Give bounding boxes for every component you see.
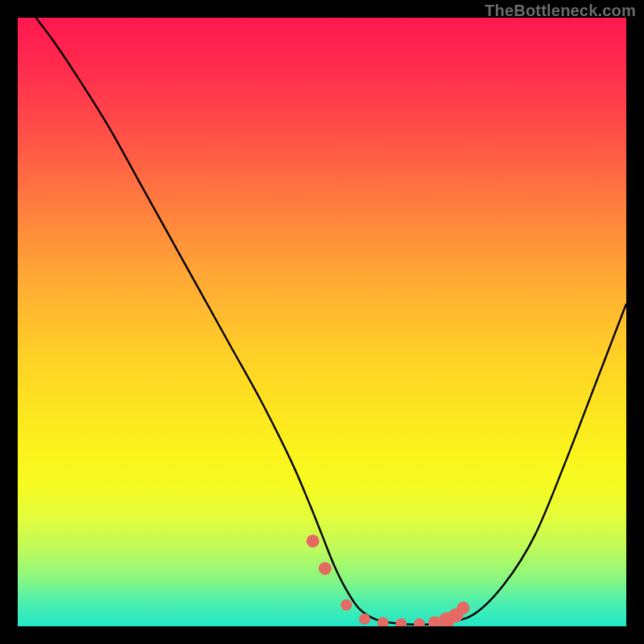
bottleneck-curve [36, 18, 626, 625]
highlight-point [319, 562, 332, 575]
highlight-markers [307, 535, 470, 626]
highlight-point [378, 617, 389, 626]
highlight-point [456, 601, 469, 614]
highlight-point [395, 618, 407, 626]
highlight-point [359, 613, 370, 625]
curve-path-group [36, 18, 626, 625]
highlight-point [414, 618, 425, 626]
watermark-label: TheBottleneck.com [485, 2, 636, 20]
highlight-point [307, 535, 320, 547]
chart-svg [18, 18, 626, 626]
highlight-point [341, 600, 352, 611]
chart-frame [18, 18, 626, 626]
